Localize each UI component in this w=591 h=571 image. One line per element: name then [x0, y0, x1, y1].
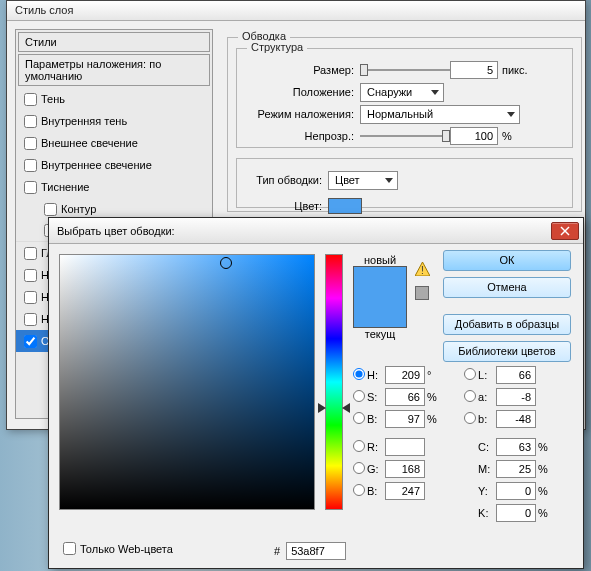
hue-pointer-left-icon [318, 403, 326, 415]
layer-style-title: Стиль слоя [7, 1, 585, 21]
color-picker-dialog: Выбрать цвет обводки: новый текущ ! ОК [48, 217, 584, 569]
radio-s[interactable] [353, 390, 365, 402]
structure-group: Структура Размер: пикс. Положение: Снару… [236, 48, 573, 148]
stroke-color-swatch[interactable] [328, 198, 362, 214]
caret-down-icon [431, 90, 439, 95]
styles-header[interactable]: Стили [18, 32, 210, 52]
input-y[interactable] [496, 482, 536, 500]
new-label: новый [353, 254, 407, 266]
input-g[interactable] [385, 460, 425, 478]
size-input[interactable] [450, 61, 498, 79]
opacity-slider[interactable] [360, 127, 450, 145]
svg-text:!: ! [421, 265, 424, 276]
blendmode-label: Режим наложения: [249, 108, 354, 120]
radio-l[interactable] [464, 368, 476, 380]
current-color-swatch[interactable] [354, 297, 406, 327]
svg-marker-1 [507, 112, 515, 117]
input-c[interactable] [496, 438, 536, 456]
hex-label: # [274, 545, 280, 557]
style-outer-glow[interactable]: Внешнее свечение [16, 132, 212, 154]
color-picker-titlebar[interactable]: Выбрать цвет обводки: [49, 218, 583, 244]
checkbox-gl[interactable] [24, 247, 37, 260]
color-cursor-icon [220, 257, 232, 269]
style-drop-shadow[interactable]: Тень [16, 88, 212, 110]
cancel-button[interactable]: Отмена [443, 277, 571, 298]
hue-slider[interactable] [325, 254, 343, 510]
fill-group: Тип обводки: Цвет Цвет: [236, 158, 573, 208]
color-label: Цвет: [247, 200, 322, 212]
caret-down-icon [507, 112, 515, 117]
size-suffix: пикс. [502, 64, 528, 76]
current-label: текущ [353, 328, 407, 340]
filltype-combo[interactable]: Цвет [328, 171, 398, 190]
radio-r[interactable] [353, 440, 365, 452]
close-icon [560, 226, 570, 236]
svg-marker-6 [342, 403, 350, 413]
style-inner-glow[interactable]: Внутреннее свечение [16, 154, 212, 176]
checkbox-inner-shadow[interactable] [24, 115, 37, 128]
size-label: Размер: [249, 64, 354, 76]
color-picker-title: Выбрать цвет обводки: [57, 225, 175, 237]
position-label: Положение: [249, 86, 354, 98]
opacity-input[interactable] [450, 127, 498, 145]
opacity-suffix: % [502, 130, 512, 142]
svg-marker-0 [431, 90, 439, 95]
size-slider[interactable] [360, 61, 450, 79]
stroke-group: Обводка Структура Размер: пикс. Положени… [227, 37, 582, 212]
color-preview: новый текущ [353, 254, 407, 340]
position-combo[interactable]: Снаружи [360, 83, 444, 102]
color-picker-buttons: ОК Отмена Добавить в образцы Библиотеки … [443, 250, 573, 368]
radio-h[interactable] [353, 368, 365, 380]
radio-a[interactable] [464, 390, 476, 402]
filltype-label: Тип обводки: [247, 174, 322, 186]
style-inner-shadow[interactable]: Внутренняя тень [16, 110, 212, 132]
svg-marker-5 [318, 403, 326, 413]
opacity-label: Непрозр.: [249, 130, 354, 142]
radio-b-rgb[interactable] [353, 484, 365, 496]
checkbox-contour[interactable] [44, 203, 57, 216]
add-swatch-button[interactable]: Добавить в образцы [443, 314, 571, 335]
checkbox-na3[interactable] [24, 313, 37, 326]
structure-label: Структура [247, 41, 307, 53]
input-b-rgb[interactable] [385, 482, 425, 500]
blend-options-header[interactable]: Параметры наложения: по умолчанию [18, 54, 210, 86]
checkbox-inner-glow[interactable] [24, 159, 37, 172]
ok-button[interactable]: ОК [443, 250, 571, 271]
input-b-hsb[interactable] [385, 410, 425, 428]
hex-input[interactable] [286, 542, 346, 560]
checkbox-na1[interactable] [24, 269, 37, 282]
new-color-swatch [354, 267, 406, 297]
input-m[interactable] [496, 460, 536, 478]
input-a[interactable] [496, 388, 536, 406]
color-libraries-button[interactable]: Библиотеки цветов [443, 341, 571, 362]
web-only-label: Только Web-цвета [80, 543, 173, 555]
radio-g[interactable] [353, 462, 365, 474]
checkbox-drop-shadow[interactable] [24, 93, 37, 106]
caret-down-icon [385, 178, 393, 183]
nonweb-color-icon[interactable] [415, 286, 429, 300]
gamut-warning-icon[interactable]: ! [415, 262, 430, 277]
hue-pointer-right-icon [342, 403, 350, 415]
svg-marker-2 [385, 178, 393, 183]
input-b-lab[interactable] [496, 410, 536, 428]
close-button[interactable] [551, 222, 579, 240]
color-field[interactable] [59, 254, 315, 510]
input-r[interactable] [385, 438, 425, 456]
input-s[interactable] [385, 388, 425, 406]
hex-row: # [274, 542, 346, 560]
web-only-row[interactable]: Только Web-цвета [59, 539, 173, 558]
radio-b-lab[interactable] [464, 412, 476, 424]
input-k[interactable] [496, 504, 536, 522]
checkbox-bevel[interactable] [24, 181, 37, 194]
style-bevel[interactable]: Тиснение [16, 176, 212, 198]
radio-b-hsb[interactable] [353, 412, 365, 424]
blendmode-combo[interactable]: Нормальный [360, 105, 520, 124]
checkbox-stroke[interactable] [24, 335, 37, 348]
input-l[interactable] [496, 366, 536, 384]
web-only-checkbox[interactable] [63, 542, 76, 555]
checkbox-outer-glow[interactable] [24, 137, 37, 150]
input-h[interactable] [385, 366, 425, 384]
color-values-grid: H:° S:% B:% R: G: B: L: a: b: C:% M:% Y:… [353, 364, 573, 524]
checkbox-na2[interactable] [24, 291, 37, 304]
